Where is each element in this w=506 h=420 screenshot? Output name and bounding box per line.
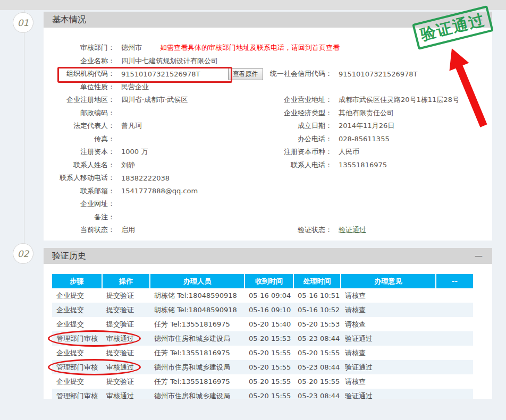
cell-extra [436, 288, 473, 303]
review-department-value: 德州市 [121, 43, 142, 53]
field-label: 企业注册地区： [44, 95, 115, 105]
collapse-icon[interactable]: — [475, 253, 483, 259]
cell-action: 审核通过 [102, 331, 150, 346]
field-value: 1000 万 [115, 147, 246, 157]
cell-action: 审核通过 [102, 360, 150, 374]
cell-opinion: 请核查 [341, 374, 436, 389]
cell-handler: 任芳 Tel:13551816975 [150, 317, 244, 331]
red-arrow-annotation [443, 45, 492, 130]
verify-status-link[interactable]: 验证通过 [339, 226, 366, 234]
column-header: 操作 [102, 274, 150, 288]
form-row: 联系人移动电话： 18382222038 [44, 172, 492, 185]
cell-processed: 05-20 15:53 [293, 317, 341, 331]
history-table: 步骤 操作 办理人员 收到时间 处理时间 办理意见 -- 企业提交 提交验证 胡… [52, 274, 473, 399]
column-header: 办理意见 [341, 274, 436, 288]
field-value: 曾凡珂 [115, 121, 246, 131]
cell-extra [436, 374, 473, 389]
form-row: 企业网址： [44, 198, 492, 211]
cell-processed: 05-23 08:44 [293, 389, 341, 399]
cell-received: 05-20 15:53 [244, 331, 293, 346]
form-row: 单位性质： 民营企业 [44, 81, 492, 94]
field-label: 注册资本： [44, 147, 115, 157]
field-text: 曾凡珂 [121, 121, 142, 131]
field-label: 注册资本币种： [246, 147, 332, 157]
cell-action: 提交验证 [102, 288, 150, 303]
cell-opinion: 验证通过 [341, 360, 436, 374]
cell-received: 05-20 15:40 [244, 317, 293, 331]
form-row: 注册资本： 1000 万 注册资本币种： 人民币 [44, 145, 492, 159]
cell-step: 企业提交 [52, 374, 102, 389]
cell-step: 企业提交 [52, 303, 102, 317]
field-label: 联系人姓名： [44, 160, 115, 170]
cell-processed: 05-16 10:51 [293, 288, 341, 303]
form-row: 法定代表人： 曾凡珂 成立日期： 2014年11月26日 [44, 119, 492, 133]
field-label: 统一社会信用代码： [246, 69, 332, 79]
table-row: 企业提交 提交验证 胡栋铭 Tel:18048590918 05-16 09:0… [52, 288, 473, 303]
cell-processed: 05-23 08:44 [293, 360, 341, 374]
field-text: 民营企业 [121, 82, 149, 92]
field-label: 当前状态： [44, 225, 115, 235]
cell-extra [436, 360, 473, 374]
home-page-link[interactable]: 如需查看具体的审核部门地址及联系电话，请回到首页查看 [160, 43, 340, 53]
cell-step: 企业提交 [52, 317, 102, 331]
table-row: 企业提交 提交验证 任芳 Tel:13551816975 05-20 15:55… [52, 374, 473, 389]
red-arrow-shape [450, 48, 487, 127]
step-number-2: 02 [13, 243, 33, 264]
cell-received: 05-16 09:04 [244, 288, 293, 303]
form-row: 企业名称： 四川中七建筑规划设计有限公司 [44, 55, 492, 68]
cell-extra [436, 331, 473, 346]
field-label: 企业网址： [44, 199, 115, 209]
field-label: 成立日期： [246, 121, 332, 131]
field-value: 028-85611355 [332, 135, 492, 143]
form-row: 传真： 办公电话： 028-85611355 [44, 133, 492, 146]
table-row: 企业提交 提交验证 任芳 Tel:13551816975 05-20 15:40… [52, 317, 473, 331]
field-label: 企业经济类型： [246, 108, 332, 118]
field-text: 1000 万 [121, 147, 148, 157]
cell-processed: 05-16 10:52 [293, 303, 341, 317]
step-number-1: 01 [13, 12, 33, 33]
history-header: 验证历史 — [44, 248, 492, 264]
cell-action: 提交验证 [102, 374, 150, 389]
form-row: 当前状态： 启用 验证状态： 验证通过 [44, 224, 492, 237]
field-label: 企业营业地址： [246, 95, 332, 105]
cell-action: 提交验证 [102, 303, 150, 317]
company-name-value: 四川中七建筑规划设计有限公司 [115, 56, 246, 66]
column-header: 办理人员 [150, 274, 244, 288]
table-row: 管理部门审核 审核通过 德州市住房和城乡建设局 05-20 15:55 05-2… [52, 360, 473, 374]
table-row: 管理部门审核 审核通过 德州市住房和城乡建设局 05-20 15:55 05-2… [52, 389, 473, 399]
cell-handler: 胡栋铭 Tel:18048590918 [150, 288, 244, 303]
cell-handler: 德州市住房和城乡建设局 [150, 389, 244, 399]
cell-received: 05-20 15:55 [244, 374, 293, 389]
cell-handler: 德州市住房和城乡建设局 [150, 360, 244, 374]
section-title: 基本情况 [52, 14, 475, 25]
cell-handler: 德州市住房和城乡建设局 [150, 331, 244, 346]
cell-opinion: 验证通过 [341, 389, 436, 399]
field-label: 组织机构代码： [44, 69, 115, 79]
field-value: 启用 [115, 225, 246, 235]
form-row: 企业注册地区： 四川省·成都市·武侯区 企业营业地址： 成都市武侯区佳灵路20号… [44, 93, 492, 107]
cell-handler: 任芳 Tel:13551816975 [150, 346, 244, 360]
history-panel: 验证历史 — 步骤 操作 办理人员 收到时间 处理时间 办理意见 -- 企业提交… [44, 248, 492, 399]
field-label: 办公电话： [246, 134, 332, 144]
form-row: 联系人姓名： 刘静 联系人电话： 13551816975 [44, 159, 492, 172]
field-text: 启用 [121, 225, 135, 235]
section-title: 验证历史 [52, 251, 475, 262]
cell-opinion: 请核查 [341, 288, 436, 303]
cell-opinion: 请核查 [341, 346, 436, 360]
cell-step: 管理部门审核 [52, 389, 102, 399]
form-row: 备注： [44, 211, 492, 224]
form-row: 组织机构代码： 91510107321526978T 查看原件 统一社会信用代码… [44, 67, 492, 81]
field-label: 企业名称： [44, 56, 115, 66]
cell-processed: 05-20 15:55 [293, 346, 341, 360]
cell-opinion: 验证通过 [341, 331, 436, 346]
field-value: 德州市 如需查看具体的审核部门地址及联系电话，请回到首页查看 [115, 43, 246, 53]
column-header: 收到时间 [244, 274, 293, 288]
field-text: 1541777888@qq.com [121, 187, 198, 195]
field-text: 四川省·成都市·武侯区 [121, 95, 188, 105]
field-value: 四川省·成都市·武侯区 [115, 95, 246, 105]
field-label: 单位性质： [44, 82, 115, 92]
field-value: 验证通过 [332, 225, 492, 235]
form-row: 联系邮箱： 1541777888@qq.com [44, 185, 492, 198]
timeline-line [24, 10, 24, 253]
field-label: 邮政编码： [44, 108, 115, 118]
